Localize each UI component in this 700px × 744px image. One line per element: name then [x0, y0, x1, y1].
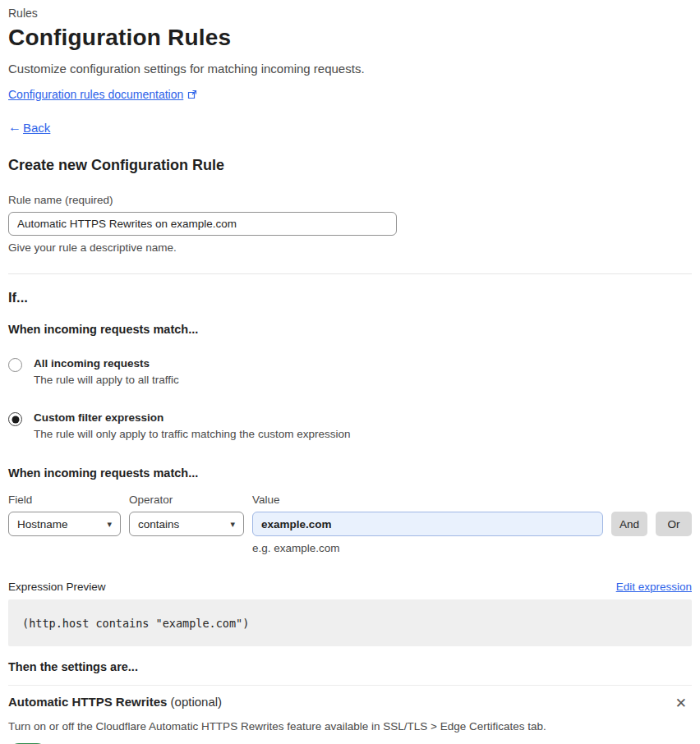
rule-name-label: Rule name (required) — [8, 194, 692, 206]
field-select[interactable]: Hostname ▾ — [8, 512, 121, 536]
match-heading: When incoming requests match... — [8, 323, 692, 336]
value-column-label: Value — [252, 494, 603, 506]
page-title: Configuration Rules — [8, 25, 692, 51]
back-arrow-icon: ← — [8, 120, 21, 135]
setting-title: Automatic HTTPS Rewrites (optional) — [8, 695, 222, 709]
chevron-down-icon: ▾ — [107, 519, 112, 530]
radio-button-selected[interactable] — [8, 412, 22, 426]
value-input[interactable] — [252, 512, 603, 536]
then-settings-heading: Then the settings are... — [8, 660, 692, 673]
field-column-label: Field — [8, 494, 121, 506]
automatic-https-rewrites-card: Automatic HTTPS Rewrites (optional) ✕ Tu… — [8, 685, 692, 744]
setting-description: Turn on or off the Cloudflare Automatic … — [8, 720, 692, 733]
radio-label: Custom filter expression — [34, 411, 350, 424]
builder-heading: When incoming requests match... — [8, 466, 692, 480]
radio-option-all-requests[interactable]: All incoming requests The rule will appl… — [8, 357, 692, 386]
and-button[interactable]: And — [611, 512, 647, 536]
close-icon[interactable]: ✕ — [672, 695, 690, 712]
breadcrumb: Rules — [8, 7, 692, 20]
radio-description: The rule will apply to all traffic — [34, 374, 179, 386]
create-rule-heading: Create new Configuration Rule — [8, 157, 692, 174]
section-divider — [8, 273, 692, 274]
radio-label: All incoming requests — [34, 357, 179, 370]
field-select-value: Hostname — [17, 518, 102, 530]
back-link[interactable]: Back — [23, 121, 50, 135]
configuration-rules-page: Rules Configuration Rules Customize conf… — [0, 0, 700, 744]
operator-select[interactable]: contains ▾ — [129, 512, 244, 536]
radio-option-custom-expression[interactable]: Custom filter expression The rule will o… — [8, 411, 692, 440]
value-helper: e.g. example.com — [252, 542, 603, 554]
page-subtitle: Customize configuration settings for mat… — [8, 62, 692, 76]
chevron-down-icon: ▾ — [230, 519, 235, 530]
operator-select-value: contains — [138, 518, 225, 530]
radio-description: The rule will only apply to traffic matc… — [34, 428, 350, 440]
rule-name-helper: Give your rule a descriptive name. — [8, 241, 692, 254]
radio-button-unselected[interactable] — [8, 358, 22, 372]
setting-title-optional: (optional) — [167, 695, 222, 709]
or-button[interactable]: Or — [656, 512, 692, 536]
setting-title-text: Automatic HTTPS Rewrites — [8, 695, 167, 709]
rule-name-input[interactable] — [8, 212, 397, 236]
if-heading: If... — [8, 290, 692, 305]
documentation-link[interactable]: Configuration rules documentation — [8, 88, 183, 101]
operator-column-label: Operator — [129, 494, 244, 506]
external-link-icon — [187, 90, 197, 99]
edit-expression-link[interactable]: Edit expression — [616, 581, 692, 593]
expression-preview-label: Expression Preview — [8, 581, 106, 593]
expression-builder: When incoming requests match... Field Op… — [8, 466, 692, 554]
expression-preview-code: (http.host contains "example.com") — [8, 599, 692, 646]
